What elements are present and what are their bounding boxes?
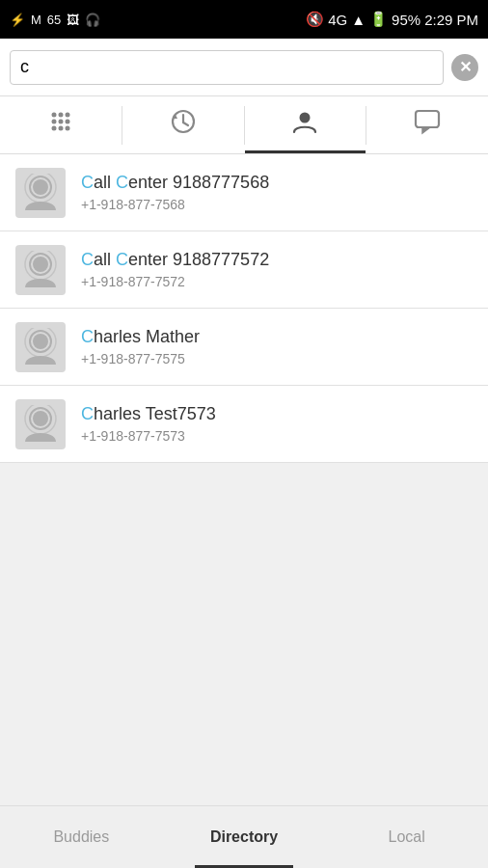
contacts-icon [290,107,319,143]
status-bar: ⚡ M 65 🖼 🎧 🔇 4G ▲ 🔋 95% 2:29 PM [0,0,488,39]
svg-point-5 [65,120,69,124]
tab-dialpad[interactable] [0,96,122,153]
bottom-tab-bar: Buddies Directory Local [0,805,488,868]
bottom-tab-directory[interactable]: Directory [163,806,326,868]
svg-point-7 [58,126,63,131]
tab-recent[interactable] [122,96,244,153]
contact-item[interactable]: Call Center 9188777568 +1-918-877-7568 [0,154,488,231]
gallery-icon: 🖼 [67,13,79,27]
svg-point-3 [51,120,56,124]
contact-avatar [15,168,66,218]
search-bar: ✕ [0,39,488,96]
contact-info: Call Center 9188777568 +1-918-877-7568 [81,173,269,212]
svg-point-6 [51,126,56,131]
recent-icon [169,107,198,143]
svg-point-4 [58,120,63,124]
battery-percent: 95% [392,12,420,28]
contact-phone: +1-918-877-7572 [81,274,269,289]
svg-point-12 [300,113,311,123]
contact-name: Call Center 9188777572 [81,250,269,270]
time: 2:29 PM [424,12,478,28]
contact-avatar [15,399,66,449]
gmail-icon: M [31,13,41,27]
contact-avatar [15,322,66,372]
tab-chat[interactable] [366,96,488,153]
contact-phone: +1-918-877-7575 [81,351,200,366]
tab-contacts[interactable] [245,96,366,153]
svg-point-20 [33,334,48,349]
contact-item[interactable]: Charles Test7573 +1-918-877-7573 [0,386,488,463]
svg-point-2 [65,113,69,118]
search-input[interactable] [10,50,444,85]
headset-icon: 🎧 [85,13,100,27]
bottom-tab-buddies[interactable]: Buddies [0,806,163,868]
chat-icon [413,107,442,143]
contact-list: Call Center 9188777568 +1-918-877-7568 C… [0,154,488,463]
svg-point-1 [58,113,63,118]
svg-point-23 [33,411,48,426]
network-icon: 4G [328,12,347,28]
svg-line-11 [183,122,188,125]
contact-name: Charles Mather [81,327,200,347]
contact-name: Call Center 9188777568 [81,173,269,193]
contact-item[interactable]: Charles Mather +1-918-877-7575 [0,309,488,386]
svg-point-14 [33,179,48,195]
contact-info: Charles Mather +1-918-877-7575 [81,327,200,366]
mute-icon: 🔇 [306,11,324,28]
status-left-icons: ⚡ M 65 🖼 🎧 [10,13,100,27]
icon-tab-bar [0,96,488,154]
dialpad-icon [47,108,74,142]
local-label: Local [389,828,425,846]
contact-info: Charles Test7573 +1-918-877-7573 [81,404,216,444]
svg-point-8 [65,126,69,131]
contact-item[interactable]: Call Center 9188777572 +1-918-877-7572 [0,231,488,309]
svg-point-17 [33,257,48,272]
buddies-label: Buddies [53,828,109,846]
contact-avatar [15,245,66,295]
signal-icon: ▲ [351,12,366,28]
contact-name: Charles Test7573 [81,404,216,424]
battery-temp: 65 [47,13,61,27]
contact-phone: +1-918-877-7568 [81,197,269,212]
contact-info: Call Center 9188777572 +1-918-877-7572 [81,250,269,289]
bottom-tab-local[interactable]: Local [325,806,488,868]
battery-icon: 🔋 [369,11,388,28]
svg-point-0 [51,113,56,118]
status-right-icons: 🔇 4G ▲ 🔋 95% 2:29 PM [306,11,478,28]
directory-label: Directory [210,828,278,846]
svg-rect-13 [416,111,439,127]
contact-phone: +1-918-877-7573 [81,428,216,444]
search-clear-button[interactable]: ✕ [451,54,478,81]
usb-icon: ⚡ [10,13,25,27]
